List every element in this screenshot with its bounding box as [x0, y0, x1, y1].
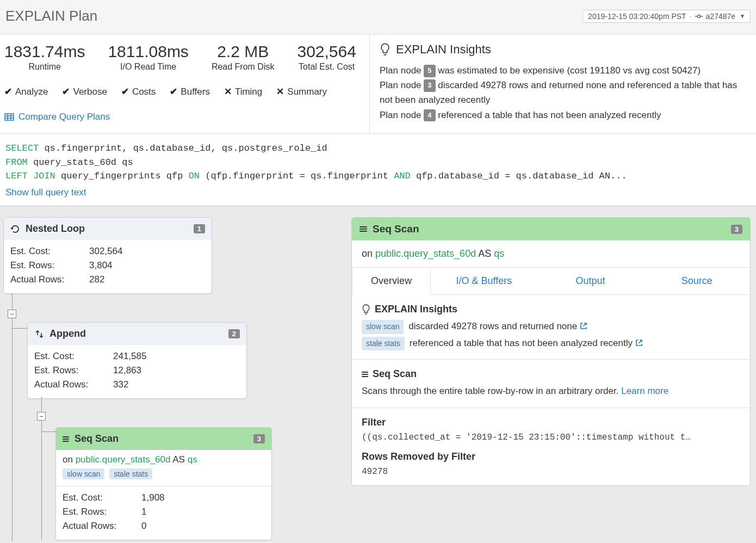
- plan-node-badge: 2: [228, 329, 240, 338]
- plan-node-append[interactable]: Append 2 Est. Cost:241,585 Est. Rows:12,…: [27, 322, 247, 399]
- lightbulb-icon: [362, 304, 370, 315]
- plan-node-badge: 1: [194, 224, 205, 233]
- git-commit-icon: [695, 13, 703, 20]
- plan-node-badge: 5: [424, 65, 435, 77]
- svg-rect-3: [5, 114, 14, 120]
- seq-scan-icon: [362, 372, 368, 377]
- page-title: EXPLAIN Plan: [5, 8, 97, 24]
- explain-flags: ✔Analyze ✔Verbose ✔Costs ✔Buffers ✕Timin…: [4, 86, 364, 97]
- x-icon: ✕: [276, 86, 284, 97]
- insight-item: Plan node 3 discarded 49278 rows and ret…: [380, 78, 749, 107]
- check-icon: ✔: [4, 86, 12, 97]
- plan-node-badge: 3: [253, 434, 265, 443]
- metric-total-est-cost: 302,564 Total Est. Cost: [297, 42, 356, 72]
- insight-item: Plan node 5 was estimated to be expensiv…: [380, 63, 749, 78]
- metric-runtime: 1831.74ms Runtime: [4, 42, 85, 72]
- overview-section: 1831.74ms Runtime 1811.08ms I/O Read Tim…: [0, 34, 756, 134]
- flag-costs: ✔Costs: [121, 86, 156, 97]
- tree-collapse-toggle[interactable]: −: [8, 310, 16, 318]
- external-link-icon[interactable]: [635, 338, 643, 348]
- insight-item: Plan node 4 referenced a table that has …: [380, 108, 749, 122]
- table-icon: [4, 113, 14, 121]
- tag-slow-scan: slow scan: [63, 468, 104, 479]
- svg-point-0: [697, 15, 700, 17]
- compare-query-plans-link[interactable]: Compare Query Plans: [4, 112, 364, 122]
- detail-tabs: Overview I/O & Buffers Output Source: [352, 268, 750, 295]
- tag-stale-stats: stale stats: [109, 468, 152, 479]
- snapshot-picker[interactable]: 2019-12-15 03:20:40pm PST · a27487e ▼: [583, 10, 751, 23]
- flag-analyze: ✔Analyze: [4, 86, 48, 97]
- detail-operation-description: Seq Scan Scans through the entire table …: [352, 360, 750, 408]
- external-link-icon[interactable]: [580, 321, 587, 331]
- snapshot-timestamp: 2019-12-15 03:20:40pm PST: [588, 12, 686, 21]
- explain-insights-panel: EXPLAIN Insights Plan node 5 was estimat…: [370, 35, 756, 133]
- seq-scan-icon: [63, 436, 69, 442]
- plan-node-badge: 3: [731, 225, 742, 234]
- metric-read-from-disk: 2.2 MB Read From Disk: [212, 42, 275, 72]
- tag-stale-stats: stale stats: [362, 337, 405, 351]
- detail-relation: on public.query_stats_60d AS qs: [352, 240, 750, 268]
- check-icon: ✔: [121, 86, 129, 97]
- x-icon: ✕: [224, 86, 232, 97]
- check-icon: ✔: [170, 86, 177, 97]
- tab-overview[interactable]: Overview: [352, 268, 431, 295]
- check-icon: ✔: [62, 86, 70, 97]
- tree-collapse-toggle[interactable]: −: [37, 412, 46, 421]
- lightbulb-icon: [380, 43, 391, 56]
- learn-more-link[interactable]: Learn more: [621, 386, 668, 396]
- detail-insights: EXPLAIN Insights slow scan discarded 492…: [352, 295, 750, 360]
- metric-io-read-time: 1811.08ms I/O Read Time: [108, 42, 188, 72]
- plan-node-badge: 3: [424, 79, 435, 92]
- show-full-query-link[interactable]: Show full query text: [5, 186, 751, 200]
- detail-filter: Filter ((qs.collected_at = '2019-12-15 2…: [352, 408, 750, 485]
- seq-scan-icon: [360, 226, 367, 232]
- flag-timing: ✕Timing: [224, 86, 262, 97]
- filter-expression: ((qs.collected_at = '2019-12-15 23:15:00…: [362, 433, 740, 442]
- loop-icon: [10, 224, 20, 234]
- plan-node-nested-loop[interactable]: Nested Loop 1 Est. Cost:302,564 Est. Row…: [3, 217, 212, 294]
- flag-summary: ✕Summary: [276, 86, 327, 97]
- rows-removed-value: 49278: [362, 467, 740, 477]
- chevron-down-icon: ▼: [740, 13, 745, 19]
- plan-node-seq-scan[interactable]: Seq Scan 3 on public.query_stats_60d AS …: [55, 427, 272, 540]
- seq-scan-relation: on public.query_stats_60d AS qs: [63, 454, 265, 468]
- plan-node-detail-panel: Seq Scan 3 on public.query_stats_60d AS …: [351, 217, 751, 486]
- plan-tree: − − Nested Loop 1 Est. Cost:302,564 Est.…: [3, 217, 340, 540]
- tab-source[interactable]: Source: [643, 268, 750, 294]
- snapshot-commit: a27487e: [706, 12, 736, 21]
- query-sql-block: SELECT qs.fingerprint, qs.database_id, q…: [0, 134, 756, 206]
- tab-io-buffers[interactable]: I/O & Buffers: [431, 268, 537, 294]
- page-header: EXPLAIN Plan 2019-12-15 03:20:40pm PST ·…: [0, 0, 756, 34]
- flag-buffers: ✔Buffers: [170, 86, 210, 97]
- append-icon: [34, 329, 44, 339]
- flag-verbose: ✔Verbose: [62, 86, 107, 97]
- overview-metrics: 1831.74ms Runtime 1811.08ms I/O Read Tim…: [0, 35, 370, 133]
- tab-output[interactable]: Output: [537, 268, 644, 294]
- tag-slow-scan: slow scan: [362, 320, 404, 334]
- plan-node-badge: 4: [424, 109, 435, 122]
- insights-heading-text: EXPLAIN Insights: [396, 42, 491, 57]
